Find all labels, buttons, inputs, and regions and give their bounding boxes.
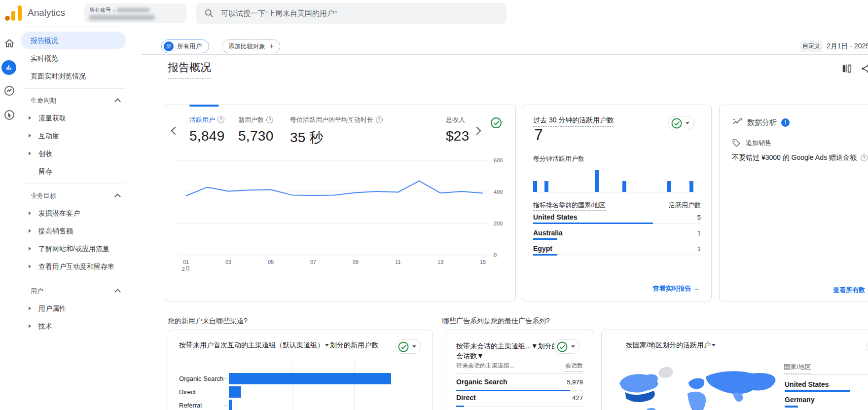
report-nav-sidebar: 报告概况实时概览页面实时浏览情况生命周期流量获取互动度创收留存业务目标发掘潜在客… xyxy=(20,27,142,410)
carousel-next-icon[interactable] xyxy=(473,127,481,135)
svg-text:09: 09 xyxy=(353,259,359,265)
table-row: Organic Search5,979 xyxy=(456,375,583,391)
channels-bar-chart: Organic SearchDirectReferral xyxy=(168,330,434,410)
sidebar-item[interactable]: 页面实时浏览情况 xyxy=(21,67,126,85)
date-range-text: 2月1日 - 2025年 xyxy=(827,42,868,51)
realtime-card: 过去 30 分钟的活跃用户数 7 每分钟活跃用户数 指标排名靠前的国家/地区 活… xyxy=(522,105,712,301)
account-picker-label: 所有账号 xyxy=(89,6,111,14)
expand-arrow-icon xyxy=(29,134,31,138)
tag-icon xyxy=(732,139,741,148)
date-range-picker[interactable]: 自定义 2月1日 - 2025年 xyxy=(800,40,868,52)
data-quality-dropdown[interactable] xyxy=(866,339,868,354)
add-comparison-button[interactable]: 添加比较对象 + xyxy=(222,39,280,53)
expand-arrow-icon xyxy=(29,229,31,233)
metric-label-text: 活跃用户 xyxy=(189,115,215,124)
sidebar-section-header[interactable]: 业务目标 xyxy=(21,187,126,204)
campaigns-question-label: 哪些广告系列是您的最佳广告系列? xyxy=(442,317,550,326)
plus-icon: + xyxy=(269,42,274,51)
sidebar-item[interactable]: 查看用户互动度和留存率 xyxy=(21,258,126,275)
row-divider xyxy=(533,239,701,239)
minute-bar xyxy=(595,170,599,192)
metric-tab[interactable]: 新用户数?5,730 xyxy=(238,115,274,144)
redacted-account-name xyxy=(117,8,149,12)
sidebar-item[interactable]: 留存 xyxy=(21,162,126,180)
metric-value: 5,849 xyxy=(189,128,225,144)
metric-label: 总收入 xyxy=(446,115,470,124)
explore-icon[interactable] xyxy=(3,85,15,97)
check-icon xyxy=(672,118,682,128)
sessions-value: 5,979 xyxy=(567,378,583,386)
metric-tab[interactable]: 总收入$23 xyxy=(446,115,470,144)
left-icon-rail xyxy=(0,27,20,410)
realtime-title: 过去 30 分钟的活跃用户数 xyxy=(533,116,614,127)
advertising-icon[interactable] xyxy=(3,109,15,121)
sidebar-item[interactable]: 用户属性 xyxy=(21,299,126,317)
minute-bar xyxy=(544,181,548,192)
global-search-input[interactable]: 可以试搜一下“上周来自美国的用户” xyxy=(196,3,506,24)
sessions-column-header[interactable]: 会话数 xyxy=(565,362,583,372)
help-icon[interactable]: ? xyxy=(861,154,868,161)
chart-gridline xyxy=(292,362,293,410)
active-users-value: 1 xyxy=(697,229,701,237)
reports-nav-icon[interactable] xyxy=(1,60,16,75)
svg-text:05: 05 xyxy=(268,259,274,265)
chevron-down-icon xyxy=(571,345,575,348)
map-card-title[interactable]: 按国家/地区划分的活跃用户 xyxy=(626,341,717,350)
channel-name: Direct xyxy=(456,394,476,402)
home-icon[interactable] xyxy=(3,37,15,49)
help-icon[interactable]: ? xyxy=(217,116,224,123)
row-divider xyxy=(456,406,583,407)
data-quality-dropdown[interactable] xyxy=(554,339,580,354)
sidebar-item[interactable]: 报告概况 xyxy=(21,32,126,49)
search-icon xyxy=(204,8,214,18)
table-row: Direct427 xyxy=(456,391,583,407)
per-minute-label: 每分钟活跃用户数 xyxy=(533,154,584,163)
sidebar-item[interactable]: 实时概览 xyxy=(21,49,126,67)
chevron-down-icon xyxy=(686,122,689,124)
sidebar-item[interactable]: 了解网站和/或应用流量 xyxy=(21,240,126,258)
insights-card: 数据分析 1 追加销售 不要错过 ¥3000 的 Google Ads 赠送金额… xyxy=(719,105,868,301)
table-row: Egypt1 xyxy=(533,243,701,259)
country-name: Egypt xyxy=(533,245,552,253)
metric-tab[interactable]: 每位活跃用户的平均互动时长?35 秒 xyxy=(290,115,383,147)
sidebar-item[interactable]: 技术 xyxy=(21,317,126,335)
audience-segment-chip[interactable]: 所 所有用户 xyxy=(161,39,209,53)
sidebar-item[interactable]: 创收 xyxy=(21,145,126,162)
realtime-active-users-value: 7 xyxy=(534,126,543,144)
country-name: United States xyxy=(533,213,577,221)
axis-tick xyxy=(224,405,227,406)
metric-tab[interactable]: 活跃用户?5,849 xyxy=(189,115,225,144)
carousel-prev-icon[interactable] xyxy=(171,127,180,135)
sidebar-item[interactable]: 提高销售额 xyxy=(21,222,126,240)
share-icon[interactable] xyxy=(860,63,868,74)
data-quality-check-icon[interactable] xyxy=(491,117,502,128)
sidebar-divider xyxy=(20,275,142,282)
view-realtime-report-link[interactable]: 查看实时报告 → xyxy=(652,284,699,293)
sidebar-item[interactable]: 流量获取 xyxy=(21,109,126,127)
top-header: Analytics 所有账号› 可以试搜一下“上周来自美国的用户” xyxy=(0,0,868,27)
country-table: United StatesGermany xyxy=(785,378,868,409)
segment-label: 所有用户 xyxy=(177,42,202,51)
help-icon[interactable]: ? xyxy=(376,116,383,123)
sessions-card-title[interactable]: 按带来会话的主渠道组...▼划分的会话数▼ xyxy=(456,341,560,361)
sidebar-section-header[interactable]: 生命周期 xyxy=(21,92,126,109)
sidebar-item-label: 发掘潜在客户 xyxy=(38,209,80,217)
account-picker[interactable]: 所有账号› xyxy=(84,3,186,23)
sidebar-item[interactable]: 互动度 xyxy=(21,127,126,145)
svg-text:400: 400 xyxy=(494,189,503,195)
google-analytics-logo-icon xyxy=(5,5,23,22)
data-quality-dropdown[interactable] xyxy=(668,116,694,130)
customize-report-icon[interactable] xyxy=(841,63,852,74)
active-users-header: 活跃用户数 xyxy=(669,201,701,210)
view-all-insights-link[interactable]: 查看所有数 xyxy=(833,286,865,295)
help-icon[interactable]: ? xyxy=(266,116,273,123)
sidebar-item[interactable]: 发掘潜在客户 xyxy=(21,204,126,222)
sidebar-section-header[interactable]: 用户 xyxy=(21,282,126,299)
insight-message[interactable]: 不要错过 ¥3000 的 Google Ads 赠送金额 xyxy=(732,153,857,162)
check-icon xyxy=(557,341,568,352)
category-label: Organic Search xyxy=(179,373,226,384)
insights-title[interactable]: 数据分析 xyxy=(747,118,777,127)
country-bar xyxy=(533,223,653,224)
active-users-trend-chart: 600400200001030507091113152月 xyxy=(164,154,516,273)
svg-text:0: 0 xyxy=(494,252,497,258)
